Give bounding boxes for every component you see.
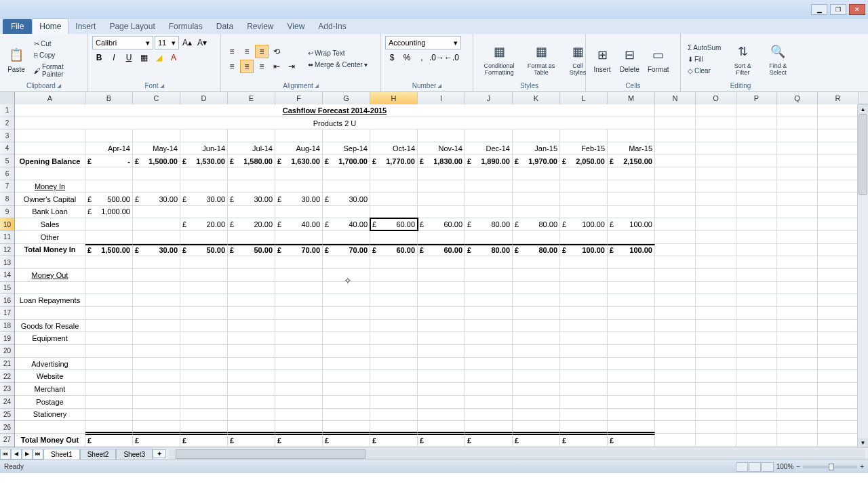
- cell-P27[interactable]: [736, 434, 777, 446]
- cell-K24[interactable]: [513, 396, 560, 408]
- cell-D22[interactable]: [180, 370, 228, 382]
- cell-G11[interactable]: [323, 231, 370, 243]
- cell-K10[interactable]: £80.00: [513, 218, 560, 230]
- cell-C9[interactable]: [133, 206, 180, 218]
- cell-Q9[interactable]: [777, 206, 818, 218]
- cell-G27[interactable]: £: [323, 434, 370, 446]
- cell-I12[interactable]: £60.00: [418, 244, 465, 256]
- page-break-view-button[interactable]: [762, 462, 774, 472]
- cell-P10[interactable]: [736, 218, 777, 230]
- cell-E8[interactable]: £30.00: [228, 193, 275, 205]
- zoom-in-button[interactable]: +: [860, 463, 864, 470]
- cell-O9[interactable]: [696, 206, 736, 218]
- cell-Q11[interactable]: [777, 231, 818, 243]
- underline-button[interactable]: U: [122, 51, 136, 64]
- scroll-thumb[interactable]: [859, 114, 867, 195]
- cell-N20[interactable]: [655, 345, 696, 357]
- column-header-C[interactable]: C: [133, 92, 180, 104]
- cell-J18[interactable]: [465, 320, 513, 332]
- cell-F27[interactable]: £: [275, 434, 323, 446]
- restore-button[interactable]: ❐: [830, 4, 846, 15]
- cell-J23[interactable]: [465, 383, 513, 395]
- cell-H20[interactable]: [370, 345, 418, 357]
- cell-Q12[interactable]: [777, 244, 818, 256]
- cell-A18[interactable]: Goods for Resale: [15, 320, 85, 332]
- cell-D13[interactable]: [180, 256, 228, 268]
- cell-F8[interactable]: £30.00: [275, 193, 323, 205]
- cell-C10[interactable]: [133, 218, 180, 230]
- cell-M10[interactable]: £100.00: [608, 218, 655, 230]
- cell-L16[interactable]: [560, 294, 608, 306]
- cell-M9[interactable]: [608, 206, 655, 218]
- cell-G24[interactable]: [323, 396, 370, 408]
- cell-A9[interactable]: Bank Loan: [15, 206, 85, 218]
- cell-J9[interactable]: [465, 206, 513, 218]
- cell-C12[interactable]: £30.00: [133, 244, 180, 256]
- row-header-17[interactable]: 17: [0, 307, 14, 320]
- cell-E25[interactable]: [228, 409, 275, 421]
- cell-A8[interactable]: Owner's Capital: [15, 193, 85, 205]
- cell-G14[interactable]: [323, 269, 370, 281]
- cell-B11[interactable]: [85, 231, 133, 243]
- cell-P12[interactable]: [736, 244, 777, 256]
- cell-P7[interactable]: [736, 180, 777, 192]
- cell-C13[interactable]: [133, 256, 180, 268]
- cell-M19[interactable]: [608, 332, 655, 344]
- cell-J8[interactable]: [465, 193, 513, 205]
- cell-G9[interactable]: [323, 206, 370, 218]
- cell-Q26[interactable]: [777, 421, 818, 433]
- row-header-15[interactable]: 15: [0, 282, 14, 295]
- increase-decimal-button[interactable]: .0→: [430, 51, 443, 64]
- cell-D26[interactable]: [180, 421, 228, 433]
- cell-Q10[interactable]: [777, 218, 818, 230]
- cell-R8[interactable]: [818, 193, 859, 205]
- column-header-A[interactable]: A: [15, 92, 85, 104]
- tab-data[interactable]: Data: [210, 19, 240, 34]
- cell-Q27[interactable]: [777, 434, 818, 446]
- cell-G6[interactable]: [323, 167, 370, 180]
- cell-B14[interactable]: [85, 269, 133, 281]
- row-header-6[interactable]: 6: [0, 167, 14, 180]
- cell-A4[interactable]: [15, 142, 85, 155]
- cell-N10[interactable]: [655, 218, 696, 230]
- row-header-20[interactable]: 20: [0, 345, 14, 358]
- cell-P17[interactable]: [736, 307, 777, 319]
- cell-Q21[interactable]: [777, 358, 818, 370]
- cell-O10[interactable]: [696, 218, 736, 230]
- cell-D24[interactable]: [180, 396, 228, 408]
- cell-merged-r1[interactable]: Cashflow Forecast 2014-2015: [15, 104, 655, 117]
- cell-N11[interactable]: [655, 231, 696, 243]
- cell-J7[interactable]: [465, 180, 513, 192]
- cell-J10[interactable]: £80.00: [465, 218, 513, 230]
- cell-C23[interactable]: [133, 383, 180, 395]
- cell-J14[interactable]: [465, 269, 513, 281]
- cell-K4[interactable]: Jan-15: [513, 142, 560, 155]
- cell-D4[interactable]: Jun-14: [180, 142, 228, 155]
- vertical-scrollbar[interactable]: ▲ ▼: [857, 104, 868, 447]
- cell-I14[interactable]: [418, 269, 465, 281]
- cell-P14[interactable]: [736, 269, 777, 281]
- cell-K3[interactable]: [513, 129, 560, 142]
- cell-A14[interactable]: Money Out: [15, 269, 85, 281]
- cell-L15[interactable]: [560, 282, 608, 294]
- cell-R24[interactable]: [818, 396, 859, 408]
- cell-M5[interactable]: £2,150.00: [608, 155, 655, 167]
- cell-N8[interactable]: [655, 193, 696, 205]
- cell-K16[interactable]: [513, 294, 560, 306]
- cell-P23[interactable]: [736, 383, 777, 395]
- cell-M6[interactable]: [608, 167, 655, 180]
- cell-G10[interactable]: £40.00: [323, 218, 370, 230]
- cell-B13[interactable]: [85, 256, 133, 268]
- cell-A15[interactable]: [15, 282, 85, 294]
- cell-F21[interactable]: [275, 358, 323, 370]
- cell-O25[interactable]: [696, 409, 736, 421]
- cell-I18[interactable]: [418, 320, 465, 332]
- row-header-14[interactable]: 14: [0, 269, 14, 282]
- sheet-nav-first[interactable]: ⏮: [0, 449, 11, 460]
- cell-H11[interactable]: [370, 231, 418, 243]
- column-header-N[interactable]: N: [655, 92, 696, 104]
- cell-O17[interactable]: [696, 307, 736, 319]
- merge-center-button[interactable]: ⬌Merge & Center▾: [305, 60, 370, 70]
- cell-I13[interactable]: [418, 256, 465, 268]
- cell-B18[interactable]: [85, 320, 133, 332]
